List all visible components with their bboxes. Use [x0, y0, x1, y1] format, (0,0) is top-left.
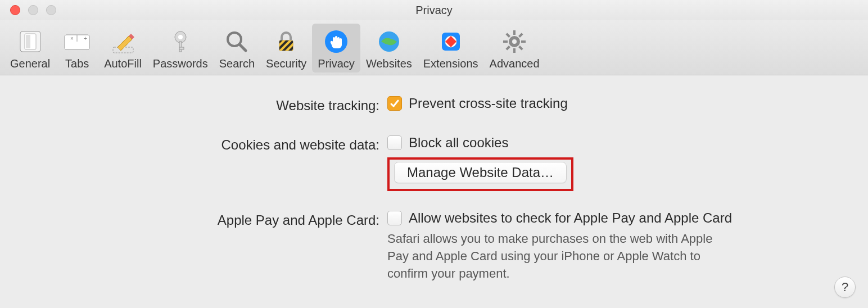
toolbar-item-extensions[interactable]: Extensions	[418, 24, 484, 73]
prevent-cross-site-tracking-checkbox[interactable]	[387, 96, 402, 111]
highlight-box: Manage Website Data…	[387, 157, 573, 191]
toolbar-item-label: Search	[219, 57, 255, 70]
svg-rect-29	[521, 40, 526, 43]
section-website-tracking: Website tracking: Prevent cross-site tra…	[22, 96, 846, 116]
toolbar-item-security[interactable]: Security	[260, 24, 312, 73]
svg-rect-27	[513, 48, 516, 53]
key-icon	[165, 26, 196, 57]
question-mark-icon: ?	[842, 280, 848, 295]
magnifier-icon	[221, 26, 252, 57]
manage-website-data-button[interactable]: Manage Website Data…	[394, 162, 567, 183]
help-button[interactable]: ?	[834, 277, 856, 298]
hand-icon	[320, 26, 352, 57]
switch-icon	[15, 26, 46, 57]
privacy-pane: Website tracking: Prevent cross-site tra…	[0, 75, 868, 293]
svg-rect-26	[513, 30, 516, 35]
svg-rect-2	[26, 35, 30, 48]
svg-point-34	[512, 39, 517, 44]
toolbar-item-label: Passwords	[153, 57, 208, 70]
toolbar-item-label: Extensions	[423, 57, 478, 70]
preferences-toolbar: General × + Tabs AutoFill	[0, 20, 868, 75]
tabs-icon: × +	[61, 26, 93, 57]
gear-icon	[499, 26, 530, 57]
toolbar-item-autofill[interactable]: AutoFill	[98, 24, 147, 73]
pencil-icon	[107, 26, 139, 57]
svg-point-11	[178, 35, 183, 39]
svg-text:×: ×	[70, 35, 74, 42]
toolbar-item-label: General	[10, 57, 50, 70]
toolbar-item-label: Websites	[366, 57, 412, 70]
svg-line-15	[239, 44, 246, 51]
svg-marker-8	[117, 36, 132, 51]
checkbox-label: Block all cookies	[409, 135, 508, 151]
globe-icon	[373, 26, 405, 57]
svg-rect-30	[518, 33, 523, 37]
toolbar-item-label: AutoFill	[104, 57, 142, 70]
puzzle-icon	[435, 26, 467, 57]
section-label: Apple Pay and Apple Card:	[22, 210, 379, 228]
toolbar-item-label: Security	[266, 57, 306, 70]
svg-rect-33	[518, 46, 523, 50]
block-all-cookies-checkbox[interactable]	[387, 135, 402, 150]
allow-apple-pay-check-checkbox[interactable]	[387, 211, 402, 225]
window-title: Privacy	[0, 4, 868, 17]
toolbar-item-general[interactable]: General	[4, 24, 56, 73]
section-label: Cookies and website data:	[22, 135, 379, 153]
toolbar-item-privacy[interactable]: Privacy	[312, 24, 360, 73]
toolbar-item-websites[interactable]: Websites	[360, 24, 418, 73]
section-label: Website tracking:	[22, 96, 379, 114]
lock-icon	[270, 26, 302, 57]
svg-rect-12	[179, 42, 182, 52]
toolbar-item-tabs[interactable]: × + Tabs	[56, 24, 98, 73]
svg-text:+: +	[84, 35, 87, 42]
checkbox-label: Prevent cross-site tracking	[409, 96, 568, 111]
titlebar: Privacy	[0, 0, 868, 20]
svg-rect-13	[179, 47, 184, 49]
section-apple-pay: Apple Pay and Apple Card: Allow websites…	[22, 210, 846, 282]
svg-rect-28	[503, 40, 508, 43]
svg-rect-32	[506, 33, 510, 37]
toolbar-item-search[interactable]: Search	[214, 24, 260, 73]
section-cookies: Cookies and website data: Block all cook…	[22, 135, 846, 191]
toolbar-item-label: Advanced	[490, 57, 540, 70]
toolbar-item-label: Tabs	[65, 57, 89, 70]
checkbox-label: Allow websites to check for Apple Pay an…	[409, 210, 732, 226]
toolbar-item-passwords[interactable]: Passwords	[147, 24, 214, 73]
svg-rect-31	[506, 46, 510, 50]
apple-pay-help-text: Safari allows you to make purchases on t…	[387, 230, 736, 282]
toolbar-item-label: Privacy	[318, 57, 355, 70]
toolbar-item-advanced[interactable]: Advanced	[484, 24, 545, 73]
svg-rect-17	[279, 40, 293, 51]
